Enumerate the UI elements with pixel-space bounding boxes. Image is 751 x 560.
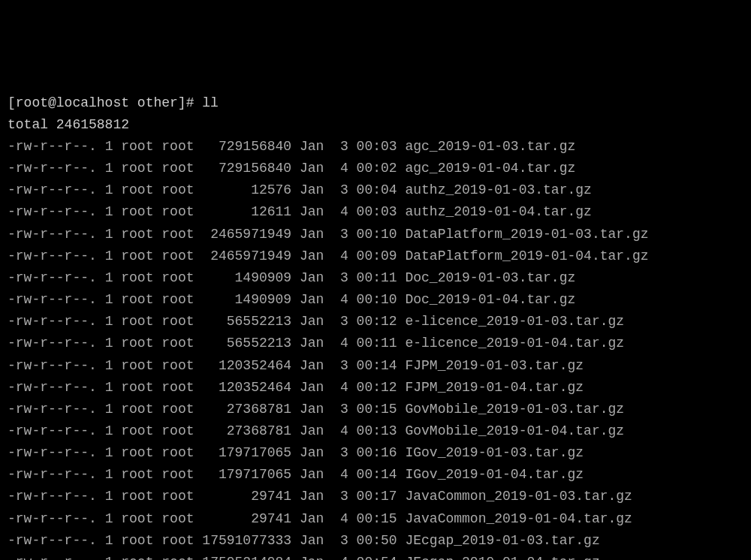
file-links: 1	[105, 227, 113, 242]
file-permissions: -rw-r--r--.	[8, 204, 97, 219]
file-name: agc_2019-01-03.tar.gz	[405, 139, 575, 154]
file-row: -rw-r--r--. 1 root root 1490909 Jan 3 00…	[8, 267, 743, 289]
file-links: 1	[105, 204, 113, 219]
file-time: 00:17	[357, 489, 397, 504]
file-time: 00:10	[357, 292, 397, 307]
file-owner: root	[121, 204, 153, 219]
file-month: Jan	[300, 555, 324, 560]
file-day: 3	[332, 270, 348, 285]
file-month: Jan	[300, 336, 324, 351]
file-month: Jan	[300, 533, 324, 548]
file-owner: root	[121, 445, 153, 460]
file-day: 4	[332, 336, 348, 351]
file-owner: root	[121, 182, 153, 197]
file-owner: root	[121, 336, 153, 351]
file-day: 3	[332, 227, 348, 242]
file-size: 2465971949	[202, 248, 291, 263]
file-day: 4	[332, 248, 348, 263]
file-day: 4	[332, 511, 348, 526]
file-name: authz_2019-01-03.tar.gz	[405, 182, 591, 197]
file-links: 1	[105, 423, 113, 438]
file-day: 4	[332, 292, 348, 307]
file-time: 00:50	[357, 533, 397, 548]
file-listing: -rw-r--r--. 1 root root 729156840 Jan 3 …	[8, 136, 743, 560]
file-permissions: -rw-r--r--.	[8, 423, 97, 438]
file-links: 1	[105, 161, 113, 176]
file-permissions: -rw-r--r--.	[8, 182, 97, 197]
file-month: Jan	[300, 227, 324, 242]
file-name: e-licence_2019-01-04.tar.gz	[405, 336, 624, 351]
file-links: 1	[105, 445, 113, 460]
file-day: 3	[332, 489, 348, 504]
file-name: e-licence_2019-01-03.tar.gz	[405, 314, 624, 329]
file-row: -rw-r--r--. 1 root root 729156840 Jan 3 …	[8, 136, 743, 158]
file-group: root	[161, 402, 194, 417]
file-row: -rw-r--r--. 1 root root 56552213 Jan 3 0…	[8, 311, 743, 333]
file-size: 729156840	[202, 139, 291, 154]
file-links: 1	[105, 467, 113, 482]
file-links: 1	[105, 533, 113, 548]
file-owner: root	[121, 423, 153, 438]
file-name: authz_2019-01-04.tar.gz	[405, 204, 591, 219]
file-size: 56552213	[202, 314, 291, 329]
file-group: root	[161, 161, 194, 176]
shell-prompt: [root@localhost other]# ll	[8, 95, 219, 110]
file-row: -rw-r--r--. 1 root root 17591077333 Jan …	[8, 530, 743, 552]
file-name: Doc_2019-01-03.tar.gz	[405, 270, 575, 285]
file-time: 00:14	[357, 467, 397, 482]
file-time: 00:15	[357, 511, 397, 526]
file-month: Jan	[300, 314, 324, 329]
file-size: 729156840	[202, 161, 291, 176]
file-group: root	[161, 204, 194, 219]
file-owner: root	[121, 555, 153, 560]
file-row: -rw-r--r--. 1 root root 179717065 Jan 4 …	[8, 464, 743, 486]
file-group: root	[161, 336, 194, 351]
terminal-output[interactable]: [root@localhost other]# ll total 2461588…	[8, 92, 743, 560]
file-time: 00:04	[357, 182, 397, 197]
file-permissions: -rw-r--r--.	[8, 489, 97, 504]
file-row: -rw-r--r--. 1 root root 27368781 Jan 4 0…	[8, 420, 743, 442]
file-time: 00:16	[357, 445, 397, 460]
file-links: 1	[105, 358, 113, 373]
file-owner: root	[121, 161, 153, 176]
file-name: GovMobile_2019-01-03.tar.gz	[405, 402, 624, 417]
file-links: 1	[105, 402, 113, 417]
file-owner: root	[121, 314, 153, 329]
file-permissions: -rw-r--r--.	[8, 358, 97, 373]
file-permissions: -rw-r--r--.	[8, 445, 97, 460]
file-size: 179717065	[202, 445, 291, 460]
file-links: 1	[105, 314, 113, 329]
file-row: -rw-r--r--. 1 root root 27368781 Jan 3 0…	[8, 399, 743, 420]
file-name: IGov_2019-01-03.tar.gz	[405, 445, 584, 460]
file-group: root	[161, 533, 194, 548]
file-links: 1	[105, 555, 113, 560]
file-size: 120352464	[202, 358, 291, 373]
file-permissions: -rw-r--r--.	[8, 533, 97, 548]
file-permissions: -rw-r--r--.	[8, 511, 97, 526]
file-month: Jan	[300, 248, 324, 263]
file-row: -rw-r--r--. 1 root root 12611 Jan 4 00:0…	[8, 201, 743, 223]
file-time: 00:02	[357, 161, 397, 176]
file-owner: root	[121, 533, 153, 548]
file-size: 29741	[202, 511, 291, 526]
file-group: root	[161, 358, 194, 373]
file-size: 2465971949	[202, 227, 291, 242]
file-day: 3	[332, 182, 348, 197]
file-month: Jan	[300, 161, 324, 176]
file-day: 3	[332, 139, 348, 154]
file-day: 4	[332, 467, 348, 482]
file-time: 00:14	[357, 358, 397, 373]
file-size: 17595214984	[202, 555, 291, 560]
file-day: 4	[332, 161, 348, 176]
file-permissions: -rw-r--r--.	[8, 270, 97, 285]
file-month: Jan	[300, 292, 324, 307]
file-day: 3	[332, 445, 348, 460]
file-permissions: -rw-r--r--.	[8, 402, 97, 417]
file-month: Jan	[300, 445, 324, 460]
file-row: -rw-r--r--. 1 root root 12576 Jan 3 00:0…	[8, 179, 743, 201]
file-owner: root	[121, 227, 153, 242]
file-links: 1	[105, 380, 113, 395]
file-time: 00:15	[357, 402, 397, 417]
file-time: 00:11	[357, 270, 397, 285]
file-name: JEcgap_2019-01-03.tar.gz	[405, 533, 599, 548]
